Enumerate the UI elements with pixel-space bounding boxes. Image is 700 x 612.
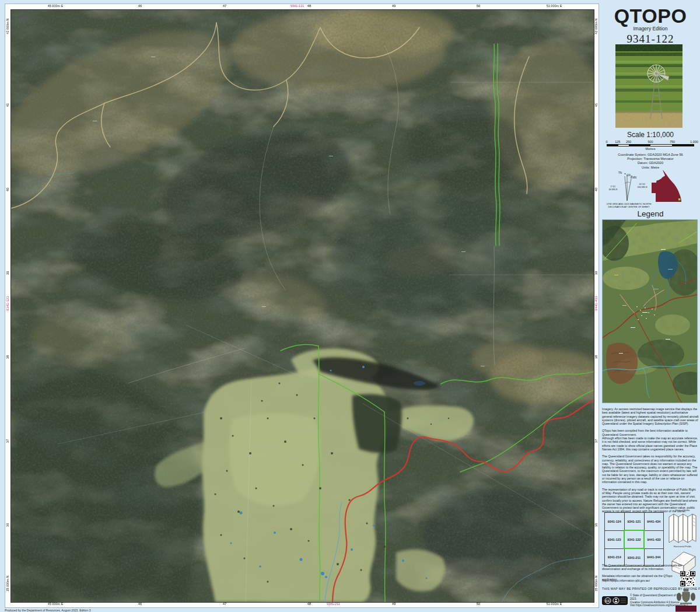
grid-label-northing: 36: [594, 523, 598, 527]
grid-label-northing: 41: [594, 103, 598, 107]
left-declination-angle: 2°15'40 MILS: [607, 186, 620, 191]
grid-label-northing: 39: [594, 271, 598, 275]
queensland-government-logo: Queensland Government: [676, 588, 699, 612]
magnetic-north-label: MN: [632, 176, 636, 179]
grid-label-easting: 46: [138, 602, 142, 606]
grid-label-northing: 37: [594, 439, 598, 443]
legend-sample-image: [602, 219, 698, 403]
projection-info: Coordinate System: GDA2020 MGA Zone 56 P…: [601, 153, 700, 170]
qtopo-map-sheet: 45 000m E 46 47 48 49 50 51 000m E 9341-…: [0, 0, 700, 612]
grid-label-easting: 50: [477, 4, 481, 8]
coat-of-arms-icon: [677, 589, 695, 604]
grid-label-easting: 50: [477, 602, 481, 606]
cover-photo-windmill: [615, 44, 682, 128]
grid-north-label: GN: [626, 174, 631, 177]
declination-caption: UTM GRID AND 2023 MAGNETIC NORTH DECLINA…: [604, 203, 653, 209]
disclaimer-block: Imagery: An access restricted basemap im…: [602, 407, 699, 513]
scale-tick: 125: [615, 140, 620, 144]
adjoining-cell: 9441-434: [644, 513, 664, 531]
grid-label-easting: 49: [392, 4, 396, 8]
grid-label-easting: 45 000m E: [48, 4, 64, 8]
scale-tick: 0: [606, 140, 607, 144]
adjoining-cell: 9341-123: [605, 530, 625, 548]
scale-tick: 1,000: [690, 140, 698, 144]
vertical-folds-diagram: [667, 512, 698, 545]
aerial-imagery: [11, 10, 594, 602]
grid-label-northing: 41: [6, 103, 9, 107]
grid-label-northing: 40: [594, 188, 598, 192]
grid-label-northing: 42 000m N: [594, 19, 598, 34]
grid-label-easting: 47: [223, 4, 227, 8]
grid-label-northing: 35 000m N: [594, 576, 598, 592]
disclaimer-liability: The Queensland Government takes no respo…: [602, 454, 699, 484]
scale-label: Scale 1:10,000: [601, 131, 700, 139]
scale-tick: 250: [626, 140, 631, 144]
legend-heading: Legend: [601, 209, 700, 218]
right-declination-angle: 11°15'200 MILS: [636, 183, 649, 188]
grid-label-easting: 48: [307, 4, 312, 8]
adjoining-cell: 9341-121: [624, 513, 644, 531]
grid-label-easting: 51 000m E: [547, 4, 562, 8]
scale-units: Metres: [607, 147, 694, 151]
disclaimer-accuracy: Although effort has been made to make th…: [602, 436, 699, 451]
grid-label-northing: 40: [6, 188, 9, 192]
qr-code: [680, 571, 695, 586]
queensland-locator-map: [650, 169, 685, 207]
grid-label-easting: 51 000m E: [547, 602, 562, 606]
map-series-title: QTOPO: [601, 5, 700, 27]
datum: Datum: GDA2020: [601, 161, 700, 165]
true-north-label: TN: [618, 172, 622, 174]
disclaimer-imagery: Imagery: An access restricted basemap im…: [602, 407, 699, 425]
grid-label-northing: 39: [6, 271, 9, 275]
adjacent-sheet-label-bottom: 9341-211: [327, 602, 340, 606]
svg-text:★: ★: [624, 173, 626, 175]
horizontal-folds-label: Horizontal Folds: [666, 545, 699, 548]
grid-label-northing: 38: [6, 355, 9, 359]
dissemination-text: The Queensland Government supports and e…: [602, 564, 696, 571]
adjacent-sheet-label-top: 9341-121: [290, 4, 304, 8]
adjacent-sheet-label-left: 9341-123: [6, 296, 9, 310]
grid-label-easting: 48: [307, 602, 312, 606]
scale-tick: 500: [648, 140, 653, 144]
sheet-location-marker: [678, 198, 680, 200]
grid-label-northing: 37: [6, 439, 9, 443]
grid-label-northing: 42 000m N: [6, 19, 9, 34]
metadata-url-link[interactable]: https://qtopo.information.qld.gov.au/: [602, 579, 677, 582]
production-credit: Produced by the Department of Resources,…: [5, 608, 91, 612]
grid-label-northing: 36: [6, 523, 9, 527]
map-imagery-area: [10, 9, 594, 603]
projection-name: Projection: Transverse Mercator: [601, 157, 700, 161]
map-edition-subtitle: Imagery Edition: [601, 26, 700, 32]
disclaimer-compiled: QTopo has been compiled from the best in…: [602, 429, 699, 436]
cc-license-badge-icon: CC: [602, 596, 628, 605]
scale-bar: 0 125 250 500 750 1,000 Metres: [607, 140, 694, 151]
grid-label-northing: 38: [594, 355, 598, 359]
grid-label-northing: 35 000m N: [6, 576, 9, 592]
grid-label-easting: 46: [138, 4, 142, 8]
vertical-folds-label: Vertical Folds: [666, 509, 699, 512]
adjoining-cell: 9441-433: [644, 530, 664, 548]
scale-tick: 750: [670, 140, 675, 144]
margin-panel: QTOPO Imagery Edition 9341-122: [601, 0, 700, 612]
adjacent-sheet-label-right: 9441-433: [594, 296, 598, 310]
coordinate-system: Coordinate System: GDA2020 MGA Zone 56: [601, 153, 700, 157]
grid-label-easting: 49: [392, 602, 396, 606]
adjoining-cell-current-sheet: 9341-122: [624, 530, 644, 548]
grid-label-easting: 47: [223, 602, 227, 606]
adjoining-sheets-index: 9341-124 9341-121 9441-434 9341-123 9341…: [604, 512, 664, 566]
sheet-number: 9341-122: [601, 33, 700, 46]
grid-label-easting: 45 000m E: [48, 602, 64, 606]
adjoining-cell: 9341-124: [605, 513, 625, 531]
svg-text:CC: CC: [606, 599, 610, 603]
